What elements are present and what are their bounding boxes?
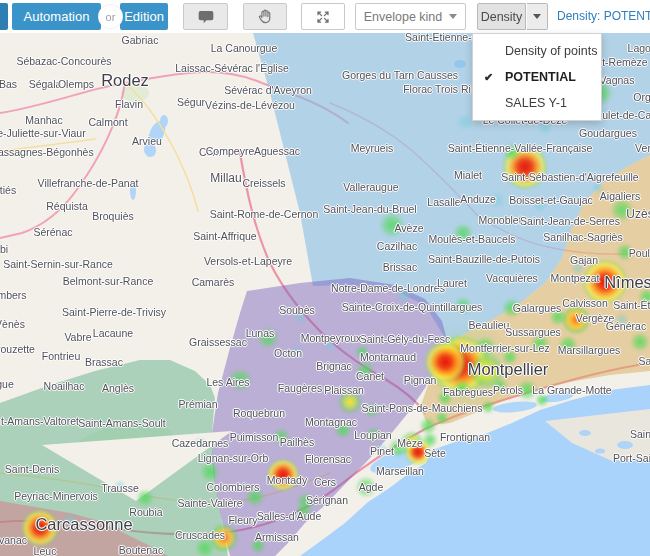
dropdown-item[interactable]: Density of points bbox=[473, 38, 601, 64]
map-label: Cazilhac bbox=[377, 240, 417, 252]
map-label: Florensac bbox=[305, 453, 351, 465]
map-label: Loupian bbox=[354, 429, 391, 441]
check-icon: ✔ bbox=[484, 64, 493, 90]
map-label: Peyriac-Minervois bbox=[14, 490, 97, 502]
map-label: Saint-Jean-de-Serres bbox=[520, 215, 620, 227]
map-label: rouzette bbox=[0, 343, 35, 355]
map-label: Mèze bbox=[397, 437, 423, 449]
map-label: Mialet bbox=[454, 169, 482, 181]
map-label: Noailhac bbox=[44, 380, 85, 392]
map-label: Saint-Denis bbox=[5, 463, 59, 475]
map-label: Avèze bbox=[395, 222, 424, 234]
map-label: Marseillan bbox=[376, 465, 424, 477]
map-label: tiés bbox=[0, 184, 16, 196]
map-label: gue bbox=[0, 378, 14, 390]
map-label: Montarnaud bbox=[360, 351, 416, 363]
edge-button-sliver[interactable] bbox=[0, 3, 8, 30]
map-label: Anduze bbox=[460, 193, 496, 205]
map-label: Fleury bbox=[228, 514, 257, 526]
map-label: Trausse bbox=[101, 482, 139, 494]
density-dropdown[interactable]: Density bbox=[477, 3, 526, 30]
map-label: Sérignan bbox=[306, 494, 348, 506]
map-label: Poulx bbox=[629, 247, 650, 259]
map-label: Roubia bbox=[129, 506, 162, 518]
map-label: Creissels bbox=[242, 177, 285, 189]
map-label: Meyrueis bbox=[351, 142, 394, 154]
map-label: Sainte-Croix-de-Quintillargues bbox=[342, 301, 483, 313]
fullscreen-button[interactable] bbox=[301, 3, 345, 30]
map-label: Vabre bbox=[64, 331, 91, 343]
map-label: Goudargues bbox=[579, 127, 637, 139]
envelope-kind-label: Envelope kind bbox=[364, 10, 443, 24]
dropdown-item[interactable]: ✔POTENTIAL bbox=[473, 64, 601, 90]
map-label: Flavin bbox=[115, 98, 143, 110]
map-label: Cruscades bbox=[175, 529, 225, 541]
map-label: Saint-Pons-de-Mauchiens bbox=[362, 402, 483, 414]
map-label: Ségur bbox=[177, 96, 205, 108]
map-label: La Canourgue bbox=[211, 42, 278, 54]
map-label: Saint-Gély-du-Fesc bbox=[360, 333, 450, 345]
map-label: Manhac bbox=[25, 114, 62, 126]
map-label: Fabrègues bbox=[443, 386, 493, 398]
map-label: Sévérac d'Aveyron bbox=[224, 84, 312, 96]
map-label: Montferrier-sur-Lez bbox=[460, 342, 549, 354]
envelope-kind-dropdown[interactable]: Envelope kind bbox=[355, 3, 466, 30]
map-label: Versols-et-Lapeyre bbox=[204, 255, 292, 267]
map-label: Nîmes bbox=[604, 273, 650, 292]
map-label: Calvisson bbox=[562, 297, 608, 309]
density-status-link[interactable]: Density: POTENTIAL bbox=[557, 9, 650, 23]
map-label: Ségala bbox=[29, 78, 62, 90]
map-label: Cazedarnes bbox=[172, 437, 229, 449]
pan-button[interactable] bbox=[243, 3, 287, 30]
dropdown-item-label: Density of points bbox=[505, 44, 597, 58]
map-label: Montpeyroux bbox=[301, 332, 362, 344]
map-label: Plaissan bbox=[324, 384, 364, 396]
edition-button[interactable]: Edition bbox=[120, 3, 168, 30]
map-label: Cers bbox=[314, 476, 336, 488]
map-label: Faugères bbox=[278, 382, 322, 394]
map-label: Sérénac bbox=[33, 226, 72, 238]
map-label: Frontignan bbox=[440, 431, 490, 443]
density-dropdown-menu: Density of points✔POTENTIALSALES Y-1 bbox=[472, 33, 602, 121]
map-label: Montpellier bbox=[468, 360, 549, 379]
map-label: Graissessac bbox=[189, 336, 247, 348]
automation-button[interactable]: Automation bbox=[12, 3, 101, 30]
map-label: bi bbox=[0, 243, 8, 255]
map-label: Canet bbox=[356, 370, 384, 382]
map-label: Saint-Amans-Soult bbox=[78, 417, 166, 429]
map-label: Saint-Éti bbox=[613, 299, 650, 311]
map-label: Lacaune bbox=[93, 327, 133, 339]
map-label: Soubès bbox=[279, 304, 315, 316]
map-label: Lagor bbox=[628, 42, 650, 54]
map-label: Lignan-sur-Orb bbox=[198, 452, 269, 464]
map-label: Camarès bbox=[192, 276, 235, 288]
map-label: Cassagnes-Bégonhès bbox=[0, 146, 94, 158]
map-label: Saint-Étienne-Vallée-Française bbox=[448, 142, 593, 154]
map-label: Aigaliers bbox=[600, 190, 640, 202]
map-label: Florac Trois Ri bbox=[403, 83, 471, 95]
map-label: Sanilhac-Sagriès bbox=[543, 231, 622, 243]
map-label: Aguessac bbox=[254, 145, 300, 157]
map-label: Laissac-Sévérac l'Église bbox=[175, 62, 288, 74]
map-label: Compeyre bbox=[206, 145, 254, 157]
map-label: Saint bbox=[630, 428, 650, 440]
map-label: Montady bbox=[267, 474, 307, 486]
map-label: Puimisson bbox=[230, 431, 278, 443]
density-dropdown-arrow[interactable] bbox=[527, 3, 548, 30]
chevron-down-icon bbox=[533, 14, 541, 19]
or-badge: or bbox=[99, 5, 122, 28]
map-label: Lauret bbox=[437, 277, 467, 289]
map-label: Broquiès bbox=[92, 210, 133, 222]
chevron-down-icon bbox=[449, 14, 457, 19]
dropdown-item[interactable]: SALES Y-1 bbox=[473, 90, 601, 116]
pan-hand-icon bbox=[254, 6, 276, 28]
comment-button[interactable] bbox=[183, 3, 228, 30]
map-label: Boutenac bbox=[119, 544, 163, 556]
map-label: Armissan bbox=[255, 531, 299, 543]
map-label: Agde bbox=[359, 481, 384, 493]
map-label: Vergèze bbox=[576, 312, 615, 324]
map-label: Sète bbox=[424, 447, 446, 459]
map-label: Saint-Sernin-sur-Rance bbox=[3, 258, 113, 270]
map-label: Arvieu bbox=[132, 135, 162, 147]
dropdown-item-label: SALES Y-1 bbox=[505, 96, 567, 110]
